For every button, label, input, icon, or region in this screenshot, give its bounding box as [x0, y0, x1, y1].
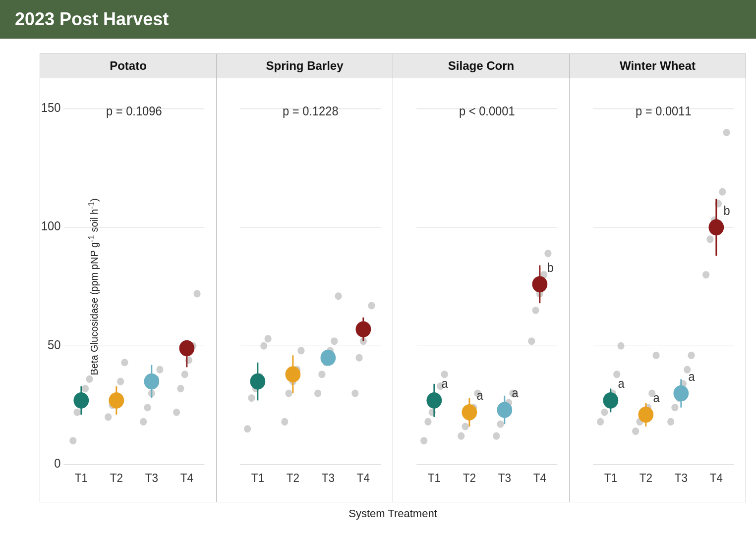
- svg-text:T2: T2: [287, 471, 299, 484]
- svg-point-129: [601, 409, 608, 416]
- svg-text:T3: T3: [145, 471, 158, 484]
- svg-point-155: [702, 271, 709, 278]
- page-title: 2023 Post Harvest: [15, 9, 169, 29]
- svg-text:b: b: [547, 261, 554, 274]
- svg-point-54: [250, 374, 265, 390]
- svg-point-103: [493, 432, 500, 440]
- svg-text:T2: T2: [110, 471, 123, 484]
- svg-text:T1: T1: [251, 471, 264, 484]
- panel-header-0: Potato: [40, 54, 216, 78]
- svg-point-47: [244, 425, 251, 432]
- svg-text:T4: T4: [533, 471, 546, 484]
- svg-point-101: [462, 404, 477, 421]
- svg-point-156: [706, 235, 713, 243]
- svg-point-56: [285, 389, 292, 397]
- svg-point-117: [532, 276, 547, 292]
- svg-point-70: [351, 389, 358, 397]
- svg-point-10: [73, 409, 80, 416]
- svg-point-142: [652, 352, 659, 359]
- svg-point-29: [144, 374, 159, 390]
- svg-text:p < 0.0001: p < 0.0001: [459, 105, 515, 118]
- chart-area: Beta Glucosidase (ppm pNP g-1 soil h-1) …: [0, 39, 756, 535]
- svg-point-112: [532, 307, 539, 314]
- panel-svg-2: p < 0.0001aaabT1T2T3T4: [393, 78, 569, 502]
- panel-body-2: p < 0.0001aaabT1T2T3T4: [393, 78, 569, 502]
- svg-point-87: [424, 418, 431, 426]
- panel-body-3: p = 0.0011aaabT1T2T3T4: [570, 78, 746, 502]
- svg-point-128: [597, 418, 604, 426]
- svg-point-31: [177, 385, 184, 392]
- svg-point-71: [355, 354, 362, 362]
- svg-point-16: [105, 413, 112, 421]
- svg-text:100: 100: [41, 219, 60, 233]
- svg-point-146: [667, 418, 674, 426]
- svg-point-153: [673, 385, 689, 402]
- panel-spring-barley: Spring Barleyp = 0.1228T1T2T3T4: [217, 54, 393, 502]
- svg-text:T2: T2: [640, 471, 652, 484]
- panel-header-2: Silage Corn: [393, 54, 569, 78]
- panel-potato: Potato050100150p = 0.1096T1T2T3T4: [40, 54, 217, 502]
- svg-text:a: a: [653, 391, 660, 405]
- svg-point-27: [156, 366, 163, 374]
- svg-point-115: [544, 250, 551, 257]
- svg-point-30: [173, 409, 180, 416]
- panel-body-0: 050100150p = 0.1096T1T2T3T4: [40, 78, 216, 502]
- svg-point-67: [335, 292, 342, 300]
- svg-point-62: [314, 389, 321, 397]
- panel-svg-1: p = 0.1228T1T2T3T4: [217, 78, 393, 502]
- panels-row: Potato050100150p = 0.1096T1T2T3T4Spring …: [40, 54, 746, 502]
- svg-point-137: [632, 428, 639, 435]
- svg-point-55: [281, 418, 288, 426]
- svg-point-93: [426, 392, 442, 409]
- svg-text:p = 0.1228: p = 0.1228: [283, 105, 338, 118]
- svg-text:T3: T3: [498, 471, 511, 484]
- svg-text:a: a: [442, 377, 449, 391]
- svg-point-22: [109, 392, 124, 409]
- svg-point-111: [528, 337, 535, 345]
- svg-text:b: b: [724, 204, 730, 217]
- svg-text:T4: T4: [710, 471, 723, 484]
- svg-point-95: [458, 432, 465, 440]
- svg-point-51: [260, 342, 267, 350]
- panel-header-3: Winter Wheat: [570, 54, 746, 78]
- svg-text:a: a: [477, 388, 484, 402]
- svg-text:50: 50: [48, 338, 60, 352]
- svg-point-162: [708, 219, 724, 236]
- svg-point-59: [297, 347, 304, 354]
- svg-point-63: [318, 371, 325, 378]
- svg-point-159: [719, 188, 726, 196]
- svg-text:150: 150: [41, 101, 60, 114]
- svg-point-109: [497, 402, 512, 418]
- svg-text:T3: T3: [675, 471, 688, 484]
- x-axis-title: System Treatment: [40, 507, 746, 525]
- svg-point-48: [248, 394, 255, 402]
- chart-inner: Potato050100150p = 0.1096T1T2T3T4Spring …: [40, 54, 746, 525]
- svg-point-96: [462, 423, 468, 430]
- panel-svg-0: 050100150p = 0.1096T1T2T3T4: [40, 78, 216, 502]
- panel-header-1: Spring Barley: [217, 54, 393, 78]
- svg-point-147: [671, 404, 678, 411]
- svg-text:T1: T1: [604, 471, 617, 484]
- svg-point-69: [320, 350, 336, 366]
- page-container: 2023 Post Harvest Beta Glucosidase (ppm …: [0, 0, 756, 535]
- svg-point-37: [179, 340, 194, 357]
- panel-svg-3: p = 0.0011aaabT1T2T3T4: [570, 78, 746, 502]
- svg-point-133: [617, 342, 624, 350]
- panel-silage-corn: Silage Cornp < 0.0001aaabT1T2T3T4: [393, 54, 570, 502]
- svg-point-61: [285, 366, 300, 382]
- svg-text:T3: T3: [322, 471, 335, 484]
- svg-text:p = 0.1096: p = 0.1096: [106, 105, 162, 118]
- panel-winter-wheat: Winter Wheatp = 0.0011aaabT1T2T3T4: [570, 54, 746, 502]
- svg-point-52: [264, 335, 271, 342]
- svg-point-15: [73, 392, 89, 409]
- svg-point-135: [603, 392, 618, 409]
- svg-point-32: [181, 371, 188, 378]
- svg-point-76: [355, 321, 371, 337]
- svg-point-12: [82, 385, 89, 392]
- svg-point-23: [140, 418, 147, 426]
- page-header: 2023 Post Harvest: [0, 0, 756, 39]
- svg-point-160: [723, 129, 730, 136]
- svg-text:a: a: [618, 377, 625, 391]
- svg-point-74: [368, 302, 375, 309]
- panel-body-1: p = 0.1228T1T2T3T4: [217, 78, 393, 502]
